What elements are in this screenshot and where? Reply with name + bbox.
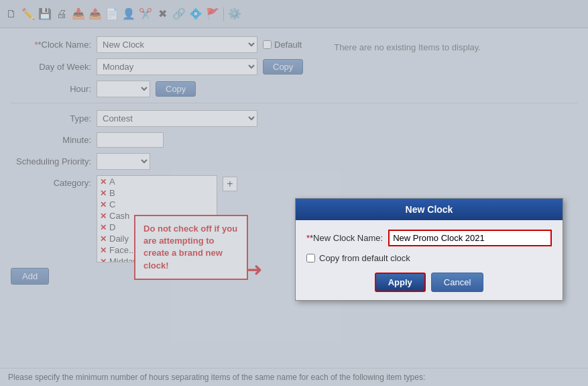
- modal-copy-default-row: Copy from default clock: [306, 253, 552, 263]
- modal-title: New Clock: [296, 199, 563, 220]
- modal-clock-name-input[interactable]: [388, 230, 552, 246]
- apply-button[interactable]: Apply: [375, 273, 426, 292]
- modal-clock-name-label: **New Clock Name:: [306, 233, 383, 243]
- modal-clock-name-row: **New Clock Name:: [306, 230, 552, 246]
- modal-body: **New Clock Name: Copy from default cloc…: [296, 220, 563, 300]
- copy-default-label: Copy from default clock: [319, 253, 410, 263]
- copy-default-checkbox[interactable]: [306, 254, 315, 262]
- new-clock-modal: New Clock **New Clock Name: Copy from de…: [295, 198, 563, 301]
- modal-buttons: Apply Cancel: [306, 273, 552, 292]
- modal-overlay: [0, 0, 588, 386]
- cancel-button[interactable]: Cancel: [431, 273, 483, 292]
